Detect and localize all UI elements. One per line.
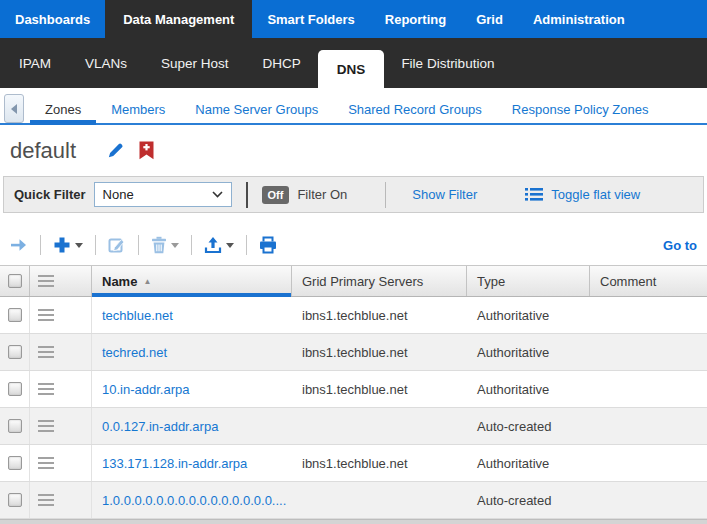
nav-item-reporting[interactable]: Reporting xyxy=(370,0,461,38)
table-row[interactable]: 10.in-addr.arpa ibns1.techblue.net Autho… xyxy=(0,371,707,408)
row-checkbox[interactable] xyxy=(8,419,22,433)
sort-ascending-icon: ▲ xyxy=(143,277,151,286)
subnav-item-dns[interactable]: DNS xyxy=(318,50,385,88)
add-plus-icon xyxy=(53,236,71,254)
column-header-name[interactable]: Name ▲ xyxy=(92,266,292,296)
print-button[interactable] xyxy=(259,236,277,254)
tab-members[interactable]: Members xyxy=(96,93,180,125)
drag-handle-icon[interactable] xyxy=(38,383,54,395)
nav-item-grid[interactable]: Grid xyxy=(461,0,518,38)
bookmark-add-icon xyxy=(139,141,154,160)
table-row[interactable]: techblue.net ibns1.techblue.net Authorit… xyxy=(0,297,707,334)
toggle-flat-view-button[interactable] xyxy=(525,187,543,202)
nav-item-dashboards[interactable]: Dashboards xyxy=(0,0,105,38)
select-all-cell xyxy=(0,266,30,296)
main-nav: Dashboards Data Management Smart Folders… xyxy=(0,0,707,38)
table-row[interactable]: techred.net ibns1.techblue.net Authorita… xyxy=(0,334,707,371)
type-cell: Authoritative xyxy=(467,445,590,481)
print-icon xyxy=(259,236,277,254)
nav-item-data-management[interactable]: Data Management xyxy=(105,0,252,38)
type-cell: Authoritative xyxy=(467,334,590,370)
filter-on-label: Filter On xyxy=(297,187,347,202)
divider xyxy=(385,182,386,208)
delete-trash-icon xyxy=(151,236,167,254)
page-title: default xyxy=(10,138,76,164)
table-row[interactable]: 133.171.128.in-addr.arpa ibns1.techblue.… xyxy=(0,445,707,482)
delete-button[interactable] xyxy=(151,236,179,254)
column-header-type[interactable]: Type xyxy=(467,266,590,296)
drag-handle-icon[interactable] xyxy=(38,420,54,432)
column-header-grid-primary-servers[interactable]: Grid Primary Servers xyxy=(292,266,467,296)
column-header-name-label: Name xyxy=(102,274,137,289)
comment-cell xyxy=(590,445,707,481)
comment-cell xyxy=(590,408,707,444)
zone-name-link[interactable]: 0.0.127.in-addr.arpa xyxy=(102,419,218,434)
column-header-comment[interactable]: Comment xyxy=(590,266,707,296)
nav-item-smart-folders[interactable]: Smart Folders xyxy=(252,0,369,38)
arrow-right-icon xyxy=(10,238,28,252)
tab-name-server-groups[interactable]: Name Server Groups xyxy=(180,93,333,125)
drag-handle-icon[interactable] xyxy=(38,309,54,321)
type-cell: Authoritative xyxy=(467,297,590,333)
divider xyxy=(138,235,139,255)
edit-button[interactable] xyxy=(108,236,126,254)
grid-primary-servers-cell: ibns1.techblue.net xyxy=(292,334,467,370)
tab-response-policy-zones[interactable]: Response Policy Zones xyxy=(497,93,664,125)
tab-shared-record-groups[interactable]: Shared Record Groups xyxy=(333,93,497,125)
drag-handle-icon[interactable] xyxy=(38,457,54,469)
tab-zones[interactable]: Zones xyxy=(30,93,96,125)
nav-item-administration[interactable]: Administration xyxy=(518,0,640,38)
divider xyxy=(191,235,192,255)
zone-name-link[interactable]: 1.0.0.0.0.0.0.0.0.0.0.0.0.0.0.0.... xyxy=(102,493,286,508)
drag-handle-icon[interactable] xyxy=(38,494,54,506)
drag-handle-header-cell xyxy=(30,266,92,296)
table-header-row: Name ▲ Grid Primary Servers Type Comment xyxy=(0,266,707,297)
comment-cell xyxy=(590,482,707,518)
select-all-checkbox[interactable] xyxy=(8,274,22,288)
zone-name-link[interactable]: 10.in-addr.arpa xyxy=(102,382,189,397)
export-upload-icon xyxy=(204,236,222,254)
page-header: default xyxy=(0,125,707,170)
collapse-panel-button[interactable] xyxy=(4,94,24,123)
filter-on-toggle[interactable]: Off xyxy=(262,186,290,204)
add-bookmark-button[interactable] xyxy=(139,141,154,160)
row-checkbox[interactable] xyxy=(8,382,22,396)
table-row[interactable]: 1.0.0.0.0.0.0.0.0.0.0.0.0.0.0.0.... Auto… xyxy=(0,482,707,519)
quick-filter-label: Quick Filter xyxy=(14,187,86,202)
zone-name-link[interactable]: techblue.net xyxy=(102,308,173,323)
type-cell: Auto-created xyxy=(467,408,590,444)
row-checkbox[interactable] xyxy=(8,345,22,359)
grid-primary-servers-cell: ibns1.techblue.net xyxy=(292,445,467,481)
zones-table: Name ▲ Grid Primary Servers Type Comment… xyxy=(0,265,707,519)
grid-primary-servers-cell: ibns1.techblue.net xyxy=(292,371,467,407)
show-filter-link[interactable]: Show Filter xyxy=(412,187,477,202)
subnav-item-super-host[interactable]: Super Host xyxy=(144,38,246,88)
edit-icon xyxy=(108,236,126,254)
zone-name-link[interactable]: techred.net xyxy=(102,345,167,360)
subnav-item-vlans[interactable]: VLANs xyxy=(68,38,144,88)
divider xyxy=(246,235,247,255)
subnav-item-ipam[interactable]: IPAM xyxy=(2,38,68,88)
edit-view-button[interactable] xyxy=(106,141,125,160)
export-button[interactable] xyxy=(204,236,234,254)
flat-view-list-icon xyxy=(525,187,543,202)
row-checkbox[interactable] xyxy=(8,456,22,470)
row-checkbox[interactable] xyxy=(8,493,22,507)
add-button[interactable] xyxy=(53,236,83,254)
go-to-link[interactable]: Go to xyxy=(663,238,697,253)
subnav-item-dhcp[interactable]: DHCP xyxy=(246,38,318,88)
table-row[interactable]: 0.0.127.in-addr.arpa Auto-created xyxy=(0,408,707,445)
toggle-flat-view-link[interactable]: Toggle flat view xyxy=(551,187,640,202)
row-checkbox[interactable] xyxy=(8,308,22,322)
quick-filter-dropdown[interactable]: None xyxy=(94,182,232,207)
drag-handle-icon[interactable] xyxy=(38,346,54,358)
grid-primary-servers-cell: ibns1.techblue.net xyxy=(292,297,467,333)
zone-name-link[interactable]: 133.171.128.in-addr.arpa xyxy=(102,456,247,471)
subnav-item-file-distribution[interactable]: File Distribution xyxy=(384,38,511,88)
comment-cell xyxy=(590,371,707,407)
edit-pencil-icon xyxy=(106,141,125,160)
comment-cell xyxy=(590,334,707,370)
go-restart-button[interactable] xyxy=(10,238,28,252)
table-footer-strip xyxy=(0,519,707,524)
type-cell: Authoritative xyxy=(467,371,590,407)
